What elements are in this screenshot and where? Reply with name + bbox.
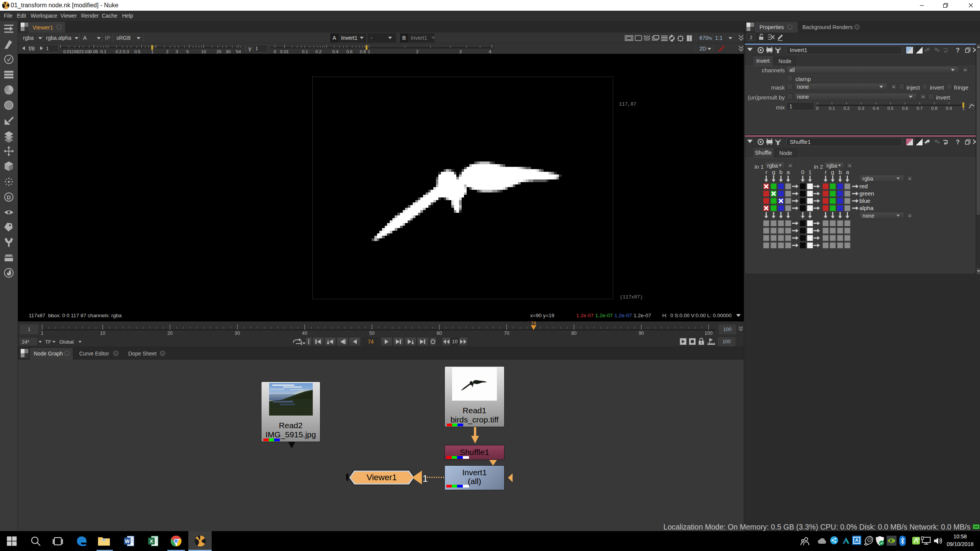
svg-text:0.3: 0.3 — [123, 49, 129, 54]
svg-text:5: 5 — [186, 49, 189, 54]
svg-text:g: g — [831, 169, 834, 175]
svg-text:10: 10 — [201, 49, 206, 54]
svg-text:40: 40 — [302, 331, 307, 336]
svg-text:4: 4 — [489, 49, 492, 54]
svg-text:60: 60 — [437, 331, 442, 336]
svg-text:20: 20 — [167, 331, 173, 336]
svg-text:X: X — [150, 538, 153, 544]
svg-text:1: 1 — [151, 49, 154, 54]
svg-text:3: 3 — [176, 49, 178, 54]
svg-text:D: D — [7, 194, 11, 201]
svg-text:0.05: 0.05 — [90, 49, 98, 54]
svg-text:W: W — [125, 538, 130, 544]
svg-text:blue: blue — [859, 197, 870, 204]
svg-text:0.0115823.03: 0.0115823.03 — [63, 49, 90, 54]
svg-text:20: 20 — [217, 49, 222, 54]
svg-text:r: r — [766, 169, 768, 175]
svg-text:r: r — [825, 169, 827, 175]
svg-text:0.6: 0.6 — [346, 49, 353, 54]
svg-text:0: 0 — [274, 49, 276, 54]
svg-text:red: red — [859, 183, 868, 189]
svg-text:0.2: 0.2 — [315, 49, 322, 54]
svg-text:b: b — [839, 169, 842, 175]
svg-text:74: 74 — [531, 321, 536, 326]
svg-text:70: 70 — [504, 331, 509, 336]
svg-text:1: 1 — [41, 331, 44, 336]
svg-text:2: 2 — [166, 49, 168, 54]
svg-text:80: 80 — [571, 331, 577, 336]
svg-text:a: a — [787, 169, 790, 175]
svg-text:100: 100 — [705, 331, 713, 336]
svg-text:g: g — [772, 169, 775, 175]
svg-text:2: 2 — [416, 49, 418, 54]
svg-text:30: 30 — [235, 331, 240, 336]
svg-text:0.01: 0.01 — [280, 49, 289, 54]
svg-text:A: A — [855, 538, 859, 543]
svg-text:0.1: 0.1 — [100, 49, 106, 54]
svg-text:alpha: alpha — [859, 205, 874, 211]
svg-text:0.2: 0.2 — [116, 49, 122, 54]
svg-text:green: green — [859, 190, 874, 197]
svg-text:3: 3 — [459, 49, 462, 54]
svg-text:30: 30 — [226, 49, 231, 54]
svg-text:50: 50 — [369, 331, 375, 336]
svg-text:0: 0 — [801, 169, 804, 175]
svg-text:54: 54 — [236, 49, 241, 54]
svg-text:1: 1 — [368, 49, 370, 54]
svg-text:b: b — [779, 169, 782, 175]
svg-text:10: 10 — [100, 331, 105, 336]
svg-text:1: 1 — [808, 169, 812, 175]
svg-text:a: a — [846, 169, 849, 175]
svg-text:0.5: 0.5 — [134, 49, 140, 54]
svg-text:90: 90 — [639, 331, 644, 336]
svg-text:0.4: 0.4 — [332, 49, 339, 54]
svg-text:0.8: 0.8 — [360, 49, 366, 54]
svg-text:0.1: 0.1 — [302, 49, 308, 54]
